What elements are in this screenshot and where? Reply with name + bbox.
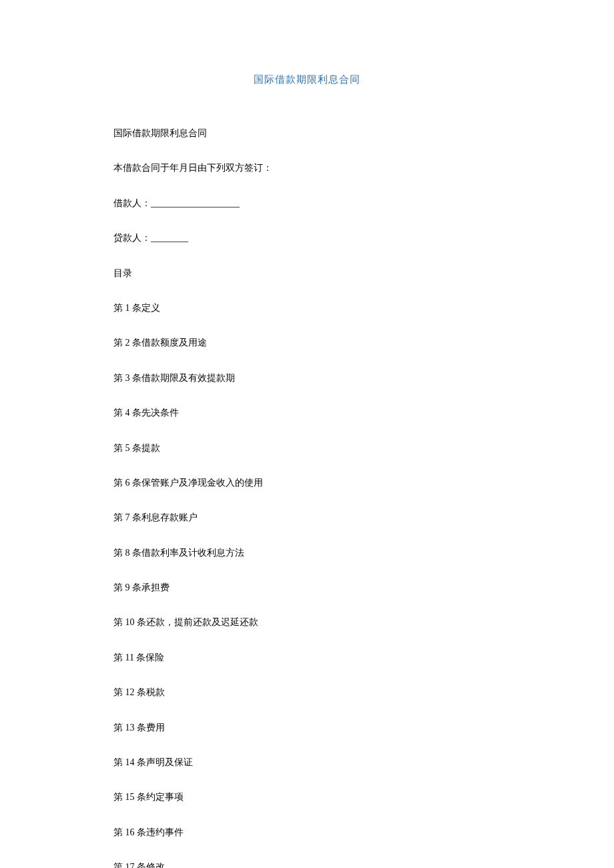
paragraph: 国际借款期限利息合同: [113, 126, 501, 141]
paragraph: 第 1 条定义: [113, 301, 501, 316]
paragraph: 第 14 条声明及保证: [113, 755, 501, 770]
paragraph: 第 10 条还款，提前还款及迟延还款: [113, 615, 501, 630]
paragraph: 本借款合同于年月日由下列双方签订：: [113, 161, 501, 175]
paragraph: 第 7 条利息存款账户: [113, 510, 501, 525]
document-title: 国际借款期限利息合同: [113, 73, 501, 86]
paragraph: 目录: [113, 266, 501, 281]
paragraph: 第 15 条约定事项: [113, 790, 501, 805]
paragraph: 第 17 条修改: [113, 860, 501, 868]
paragraph: 第 6 条保管账户及净现金收入的使用: [113, 476, 501, 490]
paragraph: 第 5 条提款: [113, 441, 501, 456]
paragraph: 贷款人：________: [113, 231, 501, 246]
paragraph: 第 4 条先决条件: [113, 406, 501, 420]
paragraph: 第 11 条保险: [113, 650, 501, 665]
paragraph: 第 12 条税款: [113, 685, 501, 700]
paragraph: 第 3 条借款期限及有效提款期: [113, 371, 501, 386]
paragraph: 借款人：___________________: [113, 196, 501, 211]
paragraph: 第 2 条借款额度及用途: [113, 336, 501, 350]
paragraph: 第 16 条违约事件: [113, 825, 501, 840]
paragraph: 第 8 条借款利率及计收利息方法: [113, 546, 501, 560]
paragraph: 第 13 条费用: [113, 721, 501, 735]
document-page: 国际借款期限利息合同 国际借款期限利息合同 本借款合同于年月日由下列双方签订： …: [0, 0, 614, 868]
paragraph: 第 9 条承担费: [113, 580, 501, 595]
